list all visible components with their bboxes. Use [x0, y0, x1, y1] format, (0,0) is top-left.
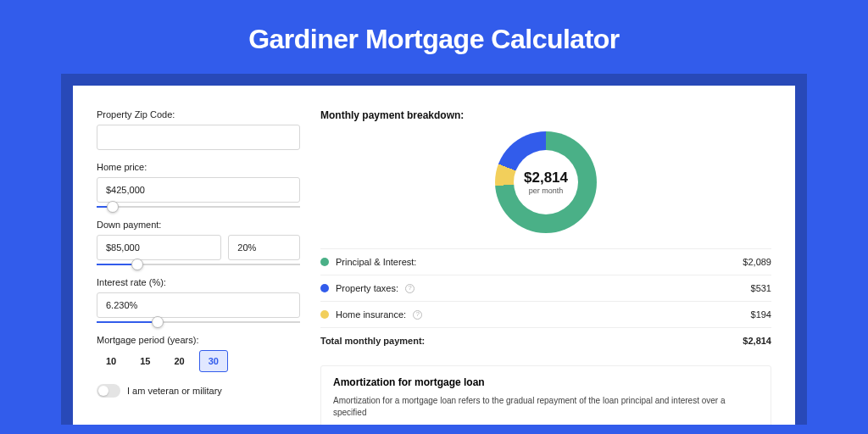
down-field-group: Down payment:	[97, 220, 300, 265]
period-option-30[interactable]: 30	[199, 350, 228, 372]
veteran-toggle[interactable]	[97, 384, 120, 398]
period-button-group: 10 15 20 30	[97, 350, 300, 372]
veteran-row: I am veteran or military	[97, 384, 300, 398]
result-column: Monthly payment breakdown: $2,814 per mo…	[320, 109, 771, 425]
period-option-20[interactable]: 20	[165, 350, 194, 372]
rate-slider[interactable]	[97, 321, 300, 323]
breakdown-label: Principal & Interest:	[336, 257, 416, 267]
legend-dot-green	[320, 258, 329, 266]
down-amount-input[interactable]	[97, 235, 221, 260]
period-field-group: Mortgage period (years): 10 15 20 30	[97, 335, 300, 372]
legend-dot-blue	[320, 284, 329, 292]
donut-sublabel: per month	[529, 186, 564, 195]
price-slider[interactable]	[97, 206, 300, 208]
legend-dot-yellow	[320, 310, 329, 319]
rate-slider-fill	[97, 321, 158, 323]
rate-field-group: Interest rate (%):	[97, 277, 300, 323]
veteran-label: I am veteran or military	[127, 386, 222, 396]
breakdown-label: Property taxes:	[336, 283, 398, 293]
period-label: Mortgage period (years):	[97, 335, 300, 345]
donut-chart-wrap: $2,814 per month	[320, 131, 771, 233]
form-column: Property Zip Code: Home price: Down paym…	[97, 109, 300, 425]
calculator-card: Property Zip Code: Home price: Down paym…	[73, 86, 795, 425]
breakdown-total-value: $2,814	[743, 336, 771, 346]
down-pct-input[interactable]	[228, 235, 300, 260]
amortization-text: Amortization for a mortgage loan refers …	[333, 395, 759, 419]
price-input[interactable]	[97, 177, 300, 203]
breakdown-value: $194	[751, 309, 771, 320]
breakdown-row-principal: Principal & Interest: $2,089	[320, 249, 771, 275]
info-icon[interactable]: ?	[413, 310, 422, 320]
amortization-title: Amortization for mortgage loan	[333, 376, 759, 388]
price-slider-thumb[interactable]	[107, 201, 119, 213]
period-option-15[interactable]: 15	[131, 350, 159, 372]
breakdown-row-insurance: Home insurance: ? $194	[320, 302, 771, 328]
down-slider[interactable]	[97, 264, 300, 265]
donut-center: $2,814 per month	[495, 131, 597, 233]
page-title: Gardiner Mortgage Calculator	[0, 0, 868, 74]
price-field-group: Home price:	[97, 162, 300, 208]
breakdown-value: $531	[751, 283, 771, 293]
period-option-10[interactable]: 10	[97, 350, 125, 372]
breakdown-row-total: Total monthly payment: $2,814	[320, 328, 771, 353]
breakdown-row-taxes: Property taxes: ? $531	[320, 275, 771, 302]
down-label: Down payment:	[97, 220, 300, 230]
breakdown-list: Principal & Interest: $2,089 Property ta…	[320, 248, 771, 353]
donut-chart: $2,814 per month	[495, 131, 597, 233]
breakdown-title: Monthly payment breakdown:	[320, 109, 771, 121]
info-icon[interactable]: ?	[405, 284, 415, 293]
price-label: Home price:	[97, 162, 300, 172]
panel-frame: Property Zip Code: Home price: Down paym…	[61, 74, 807, 425]
zip-input[interactable]	[97, 125, 300, 150]
breakdown-label: Home insurance:	[336, 309, 406, 320]
rate-input[interactable]	[97, 292, 300, 318]
rate-slider-thumb[interactable]	[152, 316, 164, 328]
down-slider-thumb[interactable]	[131, 259, 143, 270]
donut-value: $2,814	[524, 170, 568, 186]
breakdown-total-label: Total monthly payment:	[320, 336, 425, 346]
amortization-box: Amortization for mortgage loan Amortizat…	[320, 365, 771, 425]
rate-label: Interest rate (%):	[97, 277, 300, 287]
zip-field-group: Property Zip Code:	[97, 109, 300, 150]
zip-label: Property Zip Code:	[97, 109, 300, 120]
breakdown-value: $2,089	[743, 257, 771, 267]
